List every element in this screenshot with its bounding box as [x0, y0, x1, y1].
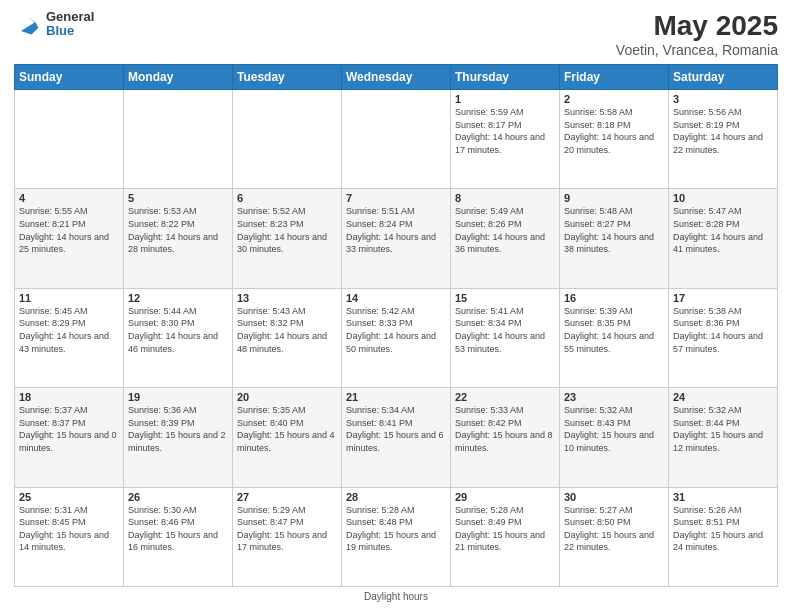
calendar-cell: 19Sunrise: 5:36 AMSunset: 8:39 PMDayligh…: [124, 388, 233, 487]
day-info: Sunrise: 5:32 AMSunset: 8:44 PMDaylight:…: [673, 404, 773, 454]
main-title: May 2025: [616, 10, 778, 42]
calendar-cell: 26Sunrise: 5:30 AMSunset: 8:46 PMDayligh…: [124, 487, 233, 586]
calendar-cell: 17Sunrise: 5:38 AMSunset: 8:36 PMDayligh…: [669, 288, 778, 387]
day-number: 18: [19, 391, 119, 403]
calendar-cell: 2Sunrise: 5:58 AMSunset: 8:18 PMDaylight…: [560, 90, 669, 189]
subtitle: Voetin, Vrancea, Romania: [616, 42, 778, 58]
day-number: 21: [346, 391, 446, 403]
calendar-day-header: Wednesday: [342, 65, 451, 90]
day-info: Sunrise: 5:33 AMSunset: 8:42 PMDaylight:…: [455, 404, 555, 454]
day-info: Sunrise: 5:41 AMSunset: 8:34 PMDaylight:…: [455, 305, 555, 355]
day-number: 11: [19, 292, 119, 304]
day-number: 1: [455, 93, 555, 105]
day-info: Sunrise: 5:29 AMSunset: 8:47 PMDaylight:…: [237, 504, 337, 554]
calendar-cell: 11Sunrise: 5:45 AMSunset: 8:29 PMDayligh…: [15, 288, 124, 387]
day-info: Sunrise: 5:58 AMSunset: 8:18 PMDaylight:…: [564, 106, 664, 156]
day-info: Sunrise: 5:32 AMSunset: 8:43 PMDaylight:…: [564, 404, 664, 454]
calendar-cell: 20Sunrise: 5:35 AMSunset: 8:40 PMDayligh…: [233, 388, 342, 487]
calendar-cell: 14Sunrise: 5:42 AMSunset: 8:33 PMDayligh…: [342, 288, 451, 387]
calendar-cell: 15Sunrise: 5:41 AMSunset: 8:34 PMDayligh…: [451, 288, 560, 387]
day-number: 23: [564, 391, 664, 403]
day-info: Sunrise: 5:37 AMSunset: 8:37 PMDaylight:…: [19, 404, 119, 454]
day-info: Sunrise: 5:39 AMSunset: 8:35 PMDaylight:…: [564, 305, 664, 355]
calendar-cell: 10Sunrise: 5:47 AMSunset: 8:28 PMDayligh…: [669, 189, 778, 288]
calendar-cell: 31Sunrise: 5:26 AMSunset: 8:51 PMDayligh…: [669, 487, 778, 586]
calendar-week-row: 25Sunrise: 5:31 AMSunset: 8:45 PMDayligh…: [15, 487, 778, 586]
calendar-week-row: 4Sunrise: 5:55 AMSunset: 8:21 PMDaylight…: [15, 189, 778, 288]
day-info: Sunrise: 5:31 AMSunset: 8:45 PMDaylight:…: [19, 504, 119, 554]
day-number: 13: [237, 292, 337, 304]
day-info: Sunrise: 5:38 AMSunset: 8:36 PMDaylight:…: [673, 305, 773, 355]
calendar-cell: 18Sunrise: 5:37 AMSunset: 8:37 PMDayligh…: [15, 388, 124, 487]
calendar-day-header: Friday: [560, 65, 669, 90]
calendar-cell: 25Sunrise: 5:31 AMSunset: 8:45 PMDayligh…: [15, 487, 124, 586]
logo-text: General Blue: [46, 10, 94, 39]
calendar-week-row: 11Sunrise: 5:45 AMSunset: 8:29 PMDayligh…: [15, 288, 778, 387]
day-number: 7: [346, 192, 446, 204]
daylight-label: Daylight hours: [364, 591, 428, 602]
day-number: 26: [128, 491, 228, 503]
calendar-cell: 27Sunrise: 5:29 AMSunset: 8:47 PMDayligh…: [233, 487, 342, 586]
calendar-cell: [124, 90, 233, 189]
day-number: 12: [128, 292, 228, 304]
calendar-cell: [15, 90, 124, 189]
day-info: Sunrise: 5:42 AMSunset: 8:33 PMDaylight:…: [346, 305, 446, 355]
calendar-cell: 30Sunrise: 5:27 AMSunset: 8:50 PMDayligh…: [560, 487, 669, 586]
day-info: Sunrise: 5:43 AMSunset: 8:32 PMDaylight:…: [237, 305, 337, 355]
calendar-cell: 12Sunrise: 5:44 AMSunset: 8:30 PMDayligh…: [124, 288, 233, 387]
day-number: 30: [564, 491, 664, 503]
day-info: Sunrise: 5:52 AMSunset: 8:23 PMDaylight:…: [237, 205, 337, 255]
day-number: 31: [673, 491, 773, 503]
day-number: 3: [673, 93, 773, 105]
calendar-cell: [342, 90, 451, 189]
day-info: Sunrise: 5:44 AMSunset: 8:30 PMDaylight:…: [128, 305, 228, 355]
calendar-cell: 28Sunrise: 5:28 AMSunset: 8:48 PMDayligh…: [342, 487, 451, 586]
svg-marker-0: [21, 23, 39, 35]
day-info: Sunrise: 5:28 AMSunset: 8:48 PMDaylight:…: [346, 504, 446, 554]
calendar-cell: 23Sunrise: 5:32 AMSunset: 8:43 PMDayligh…: [560, 388, 669, 487]
day-number: 17: [673, 292, 773, 304]
day-number: 5: [128, 192, 228, 204]
calendar-cell: 4Sunrise: 5:55 AMSunset: 8:21 PMDaylight…: [15, 189, 124, 288]
day-info: Sunrise: 5:59 AMSunset: 8:17 PMDaylight:…: [455, 106, 555, 156]
day-number: 16: [564, 292, 664, 304]
day-number: 22: [455, 391, 555, 403]
day-info: Sunrise: 5:56 AMSunset: 8:19 PMDaylight:…: [673, 106, 773, 156]
day-info: Sunrise: 5:34 AMSunset: 8:41 PMDaylight:…: [346, 404, 446, 454]
calendar-cell: 22Sunrise: 5:33 AMSunset: 8:42 PMDayligh…: [451, 388, 560, 487]
calendar-table: SundayMondayTuesdayWednesdayThursdayFrid…: [14, 64, 778, 587]
day-info: Sunrise: 5:49 AMSunset: 8:26 PMDaylight:…: [455, 205, 555, 255]
calendar-cell: 21Sunrise: 5:34 AMSunset: 8:41 PMDayligh…: [342, 388, 451, 487]
generalblue-logo-icon: [14, 10, 42, 38]
calendar-cell: 13Sunrise: 5:43 AMSunset: 8:32 PMDayligh…: [233, 288, 342, 387]
day-number: 6: [237, 192, 337, 204]
calendar-cell: [233, 90, 342, 189]
day-number: 2: [564, 93, 664, 105]
day-info: Sunrise: 5:26 AMSunset: 8:51 PMDaylight:…: [673, 504, 773, 554]
day-number: 20: [237, 391, 337, 403]
day-number: 9: [564, 192, 664, 204]
calendar-cell: 6Sunrise: 5:52 AMSunset: 8:23 PMDaylight…: [233, 189, 342, 288]
calendar-day-header: Sunday: [15, 65, 124, 90]
calendar-cell: 8Sunrise: 5:49 AMSunset: 8:26 PMDaylight…: [451, 189, 560, 288]
day-number: 24: [673, 391, 773, 403]
calendar-day-header: Monday: [124, 65, 233, 90]
day-info: Sunrise: 5:27 AMSunset: 8:50 PMDaylight:…: [564, 504, 664, 554]
calendar-day-header: Saturday: [669, 65, 778, 90]
logo-blue-text: Blue: [46, 24, 94, 38]
calendar-cell: 3Sunrise: 5:56 AMSunset: 8:19 PMDaylight…: [669, 90, 778, 189]
day-number: 25: [19, 491, 119, 503]
calendar-day-header: Tuesday: [233, 65, 342, 90]
footer-note: Daylight hours: [14, 591, 778, 602]
day-info: Sunrise: 5:48 AMSunset: 8:27 PMDaylight:…: [564, 205, 664, 255]
calendar-cell: 16Sunrise: 5:39 AMSunset: 8:35 PMDayligh…: [560, 288, 669, 387]
day-info: Sunrise: 5:51 AMSunset: 8:24 PMDaylight:…: [346, 205, 446, 255]
day-number: 29: [455, 491, 555, 503]
day-info: Sunrise: 5:53 AMSunset: 8:22 PMDaylight:…: [128, 205, 228, 255]
calendar-week-row: 18Sunrise: 5:37 AMSunset: 8:37 PMDayligh…: [15, 388, 778, 487]
day-info: Sunrise: 5:47 AMSunset: 8:28 PMDaylight:…: [673, 205, 773, 255]
day-number: 10: [673, 192, 773, 204]
logo-general-text: General: [46, 10, 94, 24]
calendar-cell: 29Sunrise: 5:28 AMSunset: 8:49 PMDayligh…: [451, 487, 560, 586]
day-number: 8: [455, 192, 555, 204]
